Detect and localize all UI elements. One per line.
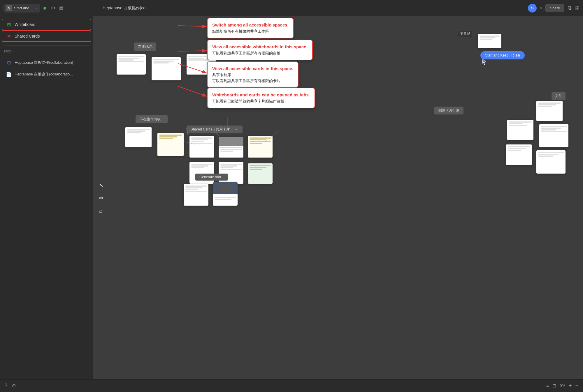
doc-icon: 📄 xyxy=(6,71,12,77)
tooltip-3-sub: 共享卡片庫 可以看到該共享工作區所有有權限的卡片 xyxy=(212,72,293,84)
start-keep-node[interactable]: Start and Keep | RTsai xyxy=(480,51,525,59)
left-toolbar: ↖ ✏ ⌕ xyxy=(99,182,104,214)
label-yaochongzhi: 要重製 xyxy=(458,31,472,37)
topbar-left: S Start and.... ⌄ ⚙ ▤ xyxy=(3,4,97,13)
tabs-label: Tabs xyxy=(0,47,93,54)
wb-card-right-4[interactable] xyxy=(507,120,533,140)
chevron-down-icon[interactable]: ▾ xyxy=(540,6,542,10)
shared-cards-group-label[interactable]: Shared Cards（共用卡片... ••• xyxy=(187,126,243,133)
tooltip-tabs: Whiteboards and cards can be opened as t… xyxy=(207,88,315,108)
shared-cards-menu-icon[interactable]: ••• xyxy=(235,128,238,131)
tooltip-1-title: Switch among all accessible spaces. xyxy=(212,22,289,28)
document-label[interactable]: 文件 xyxy=(552,92,566,100)
sidebar-main-section: ⊞ Whiteboard ❋ Shared Cards xyxy=(0,16,93,44)
sidebar-item-shared-cards-label: Shared Cards xyxy=(15,34,40,38)
shared-card-1[interactable] xyxy=(189,136,214,158)
space-letter: S xyxy=(6,5,12,11)
wb-card-right-3[interactable] xyxy=(536,150,566,174)
cursor-tool[interactable]: ↖ xyxy=(99,182,104,189)
wb-card-1[interactable] xyxy=(478,34,501,48)
whiteboard-content: 要重製 Start and Keep | RTsai 內測訊息 xyxy=(93,16,583,379)
pen-tool[interactable]: ✏ xyxy=(99,195,104,202)
tooltip-3-title: View all accessible cards in this space. xyxy=(212,66,293,72)
generate-tran-label[interactable]: Generate tran... xyxy=(195,174,228,181)
tooltip-view-whiteboards: View all accessible whiteboards in this … xyxy=(207,40,313,60)
topbar-right: S ▾ Share ⧉ ⊞ xyxy=(528,4,580,13)
zoom-level: 9% xyxy=(560,384,565,388)
sidebar: ⊞ Whiteboard ❋ Shared Cards Tabs ⊞ Hepta… xyxy=(0,16,93,392)
gen-card-2[interactable] xyxy=(213,182,238,206)
zoom-minus-button[interactable]: − xyxy=(575,383,578,389)
bottombar-left: ? ⊕ xyxy=(5,383,16,389)
tooltip-switch-spaces: Switch among all accessible spaces. 點擊切換… xyxy=(207,18,294,38)
wb-card-right-5[interactable] xyxy=(506,144,532,165)
wb-card-3[interactable] xyxy=(152,57,181,80)
tooltip-4-title: Whiteboards and cards can be opened as t… xyxy=(212,92,310,98)
wb-card-2[interactable] xyxy=(117,54,146,75)
layers-icon[interactable]: ⧉ xyxy=(568,5,572,11)
sidebar-divider xyxy=(3,45,89,46)
avatar[interactable]: S xyxy=(528,4,537,13)
topbar: S Start and.... ⌄ ⚙ ▤ Heptabase 白板協作(col… xyxy=(0,0,583,16)
bottombar: ? ⊕ ≡ ⊡ 9% + − xyxy=(0,379,583,392)
settings-icon[interactable]: ⚙ xyxy=(51,5,55,11)
chevron-up-down-icon: ⌄ xyxy=(35,6,38,10)
sidebar-tab-1[interactable]: ⊞ Heptabase 白板協作(collaboration) xyxy=(2,57,91,68)
sidebar-item-shared-cards[interactable]: ❋ Shared Cards xyxy=(2,30,91,42)
shared-card-2[interactable] xyxy=(219,137,243,158)
topbar-center: Heptabase 白板協作(col... xyxy=(97,6,528,11)
breadcrumb: Heptabase 白板協作(col... xyxy=(103,6,150,11)
sidebar-item-whiteboard[interactable]: ⊞ Whiteboard xyxy=(2,19,91,30)
layout-icon[interactable]: ⊞ xyxy=(575,5,580,11)
shared-cards-icon: ❋ xyxy=(6,33,12,39)
neice-xunxi-label[interactable]: 內測訊息 xyxy=(134,43,156,51)
wb-card-right-1[interactable] xyxy=(536,101,563,121)
sidebar-tab-2[interactable]: 📄 Heptabase 白板協作(collaboratio... xyxy=(2,68,91,80)
cursor-icon xyxy=(482,59,487,66)
gen-card-1[interactable] xyxy=(184,184,208,206)
sidebar-tab-2-label: Heptabase 白板協作(collaboratio... xyxy=(15,72,73,77)
sidebar-item-whiteboard-label: Whiteboard xyxy=(15,22,36,27)
canvas[interactable]: 要重製 Start and Keep | RTsai 內測訊息 xyxy=(93,16,583,379)
search-tool[interactable]: ⌕ xyxy=(99,207,104,214)
status-dot xyxy=(43,7,46,10)
sidebar-tabs-section: ⊞ Heptabase 白板協作(collaboration) 📄 Heptab… xyxy=(0,54,93,82)
shared-card-6[interactable] xyxy=(248,163,273,184)
sidebar-tab-1-label: Heptabase 白板協作(collaboration) xyxy=(15,60,73,65)
topbar-icons: ⚙ ▤ xyxy=(51,5,64,11)
tooltip-view-cards: View all accessible cards in this space.… xyxy=(207,61,298,88)
screen-icon[interactable]: ⊡ xyxy=(552,383,556,389)
heptabase-icon: ⊞ xyxy=(6,60,12,66)
sidebar-toggle-icon[interactable]: ▤ xyxy=(59,5,64,11)
not-in-collab-label[interactable]: 不在協作白板... xyxy=(136,115,168,123)
share-button[interactable]: Share xyxy=(545,4,564,12)
whiteboard-icon: ⊞ xyxy=(6,22,12,27)
space-switcher[interactable]: S Start and.... ⌄ xyxy=(3,4,40,13)
filter-icon[interactable]: ≡ xyxy=(546,383,549,389)
zoom-plus-button[interactable]: + xyxy=(569,383,572,389)
tooltip-2-sub: 可以看到該共享工作區所有有權限的白板 xyxy=(212,50,308,56)
delete-card-label[interactable]: 刪除卡片行為 xyxy=(434,107,463,114)
wb-card-left-2[interactable] xyxy=(157,133,184,156)
tooltip-2-title: View all accessible whiteboards in this … xyxy=(212,44,308,50)
bottombar-right: ≡ ⊡ 9% + − xyxy=(546,383,578,389)
space-name: Start and.... xyxy=(14,6,34,10)
wb-card-right-2[interactable] xyxy=(539,124,568,147)
tooltip-4-sub: 可以看到已經被開啟的共享卡片跟協作白板 xyxy=(212,98,310,104)
shared-card-3[interactable] xyxy=(248,136,273,158)
tooltip-1-sub: 點擊切換所有有權限的共享工作區 xyxy=(212,29,289,34)
wb-card-left-1[interactable] xyxy=(125,127,152,147)
gift-icon[interactable]: ⊕ xyxy=(12,383,16,389)
help-icon[interactable]: ? xyxy=(5,383,7,389)
